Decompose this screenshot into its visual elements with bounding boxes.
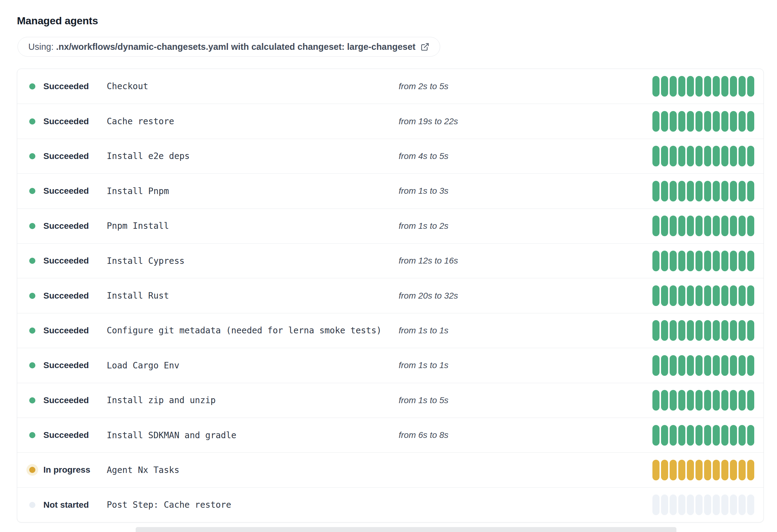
progress-segment bbox=[713, 181, 720, 202]
progress-segment bbox=[687, 495, 694, 515]
agent-step-row[interactable]: Succeeded Install e2e deps from 4s to 5s bbox=[17, 139, 764, 173]
step-name: Pnpm Install bbox=[107, 221, 399, 231]
duration-range: from 6s to 8s bbox=[399, 430, 652, 440]
progress-segment bbox=[687, 251, 694, 271]
progress-segment bbox=[695, 390, 702, 411]
agent-step-row[interactable]: Succeeded Install SDKMAN and gradle from… bbox=[17, 418, 764, 452]
progress-segment bbox=[747, 390, 754, 411]
external-link-icon[interactable] bbox=[421, 42, 429, 51]
progress-segment bbox=[678, 390, 685, 411]
duration-range: from 1s to 1s bbox=[399, 361, 652, 370]
step-name: Agent Nx Tasks bbox=[107, 465, 399, 475]
agent-step-row[interactable]: Not started Post Step: Cache restore bbox=[17, 488, 764, 522]
progress-segment bbox=[687, 425, 694, 445]
progress-segment bbox=[695, 146, 702, 166]
progress-segment bbox=[730, 146, 737, 166]
status-label: Succeeded bbox=[43, 117, 89, 126]
workflow-banner[interactable]: Using: .nx/workflows/dynamic-changesets.… bbox=[17, 37, 440, 56]
progress-segment bbox=[661, 355, 668, 376]
status-dot bbox=[29, 153, 35, 159]
progress-segment bbox=[704, 251, 711, 271]
agent-step-row[interactable]: Succeeded Cache restore from 19s to 22s bbox=[17, 104, 764, 138]
status-cell: Succeeded bbox=[29, 117, 107, 126]
progress-segment bbox=[730, 251, 737, 271]
duration-range: from 4s to 5s bbox=[399, 151, 652, 161]
progress-segment bbox=[652, 355, 660, 376]
progress-segment bbox=[678, 355, 685, 376]
progress-segment bbox=[747, 425, 754, 445]
progress-segment bbox=[695, 216, 702, 236]
progress-segment bbox=[687, 285, 694, 306]
workflow-banner-text: Using: .nx/workflows/dynamic-changesets.… bbox=[28, 42, 416, 52]
progress-segment bbox=[713, 251, 720, 271]
agent-step-row[interactable]: Succeeded Checkout from 2s to 5s bbox=[17, 69, 764, 104]
progress-segment bbox=[721, 216, 729, 236]
status-dot bbox=[29, 397, 35, 403]
status-cell: Succeeded bbox=[29, 256, 107, 266]
page-title: Managed agents bbox=[17, 15, 764, 27]
progress-segment bbox=[670, 460, 677, 480]
progress-segment bbox=[739, 146, 746, 166]
progress-segment bbox=[670, 425, 677, 445]
progress-bar bbox=[652, 285, 754, 306]
progress-segment bbox=[687, 390, 694, 411]
progress-segment bbox=[678, 320, 685, 341]
duration-range: from 1s to 3s bbox=[399, 186, 652, 196]
progress-segment bbox=[747, 216, 754, 236]
progress-bar bbox=[652, 216, 754, 236]
status-label: Succeeded bbox=[43, 186, 89, 196]
progress-segment bbox=[704, 181, 711, 202]
progress-segment bbox=[704, 111, 711, 132]
agent-step-row[interactable]: Succeeded Install Cypress from 12s to 16… bbox=[17, 243, 764, 278]
agent-step-row[interactable]: Succeeded Install Pnpm from 1s to 3s bbox=[17, 173, 764, 208]
agent-step-row[interactable]: Succeeded Pnpm Install from 1s to 2s bbox=[17, 209, 764, 243]
status-label: Not started bbox=[43, 500, 89, 510]
status-label: Succeeded bbox=[43, 151, 89, 161]
agents-card: Succeeded Checkout from 2s to 5s Succeed… bbox=[17, 69, 764, 522]
progress-segment bbox=[739, 76, 746, 97]
workflow-banner-prefix: Using: bbox=[28, 42, 56, 52]
progress-segment bbox=[678, 460, 685, 480]
status-dot bbox=[29, 258, 35, 264]
progress-segment bbox=[739, 355, 746, 376]
progress-segment bbox=[721, 146, 729, 166]
duration-range: from 20s to 32s bbox=[399, 291, 652, 301]
agent-step-row[interactable]: Succeeded Install zip and unzip from 1s … bbox=[17, 383, 764, 418]
step-name: Load Cargo Env bbox=[107, 361, 399, 371]
progress-segment bbox=[652, 425, 660, 445]
status-dot bbox=[29, 83, 35, 90]
progress-segment bbox=[730, 425, 737, 445]
progress-bar bbox=[652, 355, 754, 376]
progress-segment bbox=[713, 146, 720, 166]
progress-segment bbox=[747, 355, 754, 376]
agent-step-row[interactable]: Succeeded Load Cargo Env from 1s to 1s bbox=[17, 348, 764, 383]
agent-step-row[interactable]: Succeeded Install Rust from 20s to 32s bbox=[17, 278, 764, 313]
step-name: Install zip and unzip bbox=[107, 395, 399, 405]
status-dot bbox=[29, 432, 35, 438]
duration-range: from 1s to 5s bbox=[399, 395, 652, 405]
progress-segment bbox=[721, 320, 729, 341]
progress-segment bbox=[739, 111, 746, 132]
agent-step-row[interactable]: In progress Agent Nx Tasks bbox=[17, 452, 764, 487]
progress-segment bbox=[713, 390, 720, 411]
progress-bar bbox=[652, 111, 754, 132]
progress-segment bbox=[670, 285, 677, 306]
progress-bar bbox=[652, 495, 754, 515]
progress-bar bbox=[652, 460, 754, 480]
progress-segment bbox=[652, 320, 660, 341]
progress-segment bbox=[747, 181, 754, 202]
progress-segment bbox=[704, 460, 711, 480]
progress-segment bbox=[661, 390, 668, 411]
progress-segment bbox=[721, 251, 729, 271]
progress-bar bbox=[652, 390, 754, 411]
progress-segment bbox=[739, 216, 746, 236]
progress-segment bbox=[695, 111, 702, 132]
progress-segment bbox=[652, 146, 660, 166]
progress-segment bbox=[652, 111, 660, 132]
progress-segment bbox=[739, 390, 746, 411]
status-label: Succeeded bbox=[43, 82, 89, 91]
duration-range: from 19s to 22s bbox=[399, 117, 652, 126]
step-name: Install SDKMAN and gradle bbox=[107, 430, 399, 440]
agent-step-row[interactable]: Succeeded Configure git metadata (needed… bbox=[17, 313, 764, 348]
progress-segment bbox=[670, 390, 677, 411]
